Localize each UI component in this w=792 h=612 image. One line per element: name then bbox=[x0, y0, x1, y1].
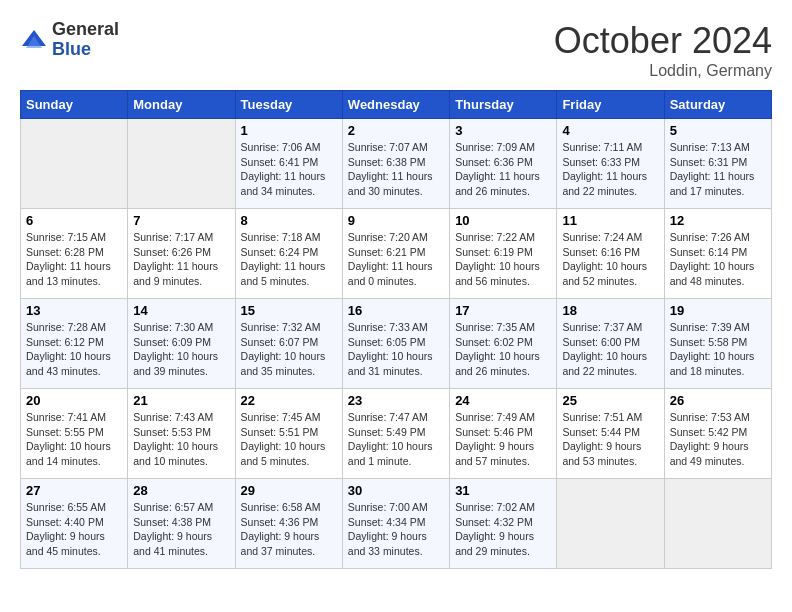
week-row-5: 27Sunrise: 6:55 AMSunset: 4:40 PMDayligh… bbox=[21, 479, 772, 569]
day-number: 1 bbox=[241, 123, 337, 138]
calendar-cell bbox=[664, 479, 771, 569]
day-info: Sunrise: 7:37 AMSunset: 6:00 PMDaylight:… bbox=[562, 320, 658, 379]
week-row-1: 1Sunrise: 7:06 AMSunset: 6:41 PMDaylight… bbox=[21, 119, 772, 209]
calendar-cell: 7Sunrise: 7:17 AMSunset: 6:26 PMDaylight… bbox=[128, 209, 235, 299]
calendar-header: SundayMondayTuesdayWednesdayThursdayFrid… bbox=[21, 91, 772, 119]
calendar-cell: 24Sunrise: 7:49 AMSunset: 5:46 PMDayligh… bbox=[450, 389, 557, 479]
logo-icon bbox=[20, 26, 48, 54]
week-row-4: 20Sunrise: 7:41 AMSunset: 5:55 PMDayligh… bbox=[21, 389, 772, 479]
calendar-cell: 5Sunrise: 7:13 AMSunset: 6:31 PMDaylight… bbox=[664, 119, 771, 209]
day-number: 15 bbox=[241, 303, 337, 318]
calendar-cell: 19Sunrise: 7:39 AMSunset: 5:58 PMDayligh… bbox=[664, 299, 771, 389]
calendar-cell: 4Sunrise: 7:11 AMSunset: 6:33 PMDaylight… bbox=[557, 119, 664, 209]
calendar-cell: 22Sunrise: 7:45 AMSunset: 5:51 PMDayligh… bbox=[235, 389, 342, 479]
day-number: 25 bbox=[562, 393, 658, 408]
day-number: 13 bbox=[26, 303, 122, 318]
day-number: 11 bbox=[562, 213, 658, 228]
day-info: Sunrise: 7:06 AMSunset: 6:41 PMDaylight:… bbox=[241, 140, 337, 199]
calendar-cell: 13Sunrise: 7:28 AMSunset: 6:12 PMDayligh… bbox=[21, 299, 128, 389]
day-number: 14 bbox=[133, 303, 229, 318]
header-wednesday: Wednesday bbox=[342, 91, 449, 119]
day-info: Sunrise: 7:49 AMSunset: 5:46 PMDaylight:… bbox=[455, 410, 551, 469]
header-monday: Monday bbox=[128, 91, 235, 119]
day-number: 12 bbox=[670, 213, 766, 228]
calendar-cell: 27Sunrise: 6:55 AMSunset: 4:40 PMDayligh… bbox=[21, 479, 128, 569]
week-row-2: 6Sunrise: 7:15 AMSunset: 6:28 PMDaylight… bbox=[21, 209, 772, 299]
day-info: Sunrise: 7:20 AMSunset: 6:21 PMDaylight:… bbox=[348, 230, 444, 289]
calendar-cell: 12Sunrise: 7:26 AMSunset: 6:14 PMDayligh… bbox=[664, 209, 771, 299]
logo-blue-text: Blue bbox=[52, 40, 119, 60]
calendar-cell: 31Sunrise: 7:02 AMSunset: 4:32 PMDayligh… bbox=[450, 479, 557, 569]
day-number: 4 bbox=[562, 123, 658, 138]
calendar-cell: 23Sunrise: 7:47 AMSunset: 5:49 PMDayligh… bbox=[342, 389, 449, 479]
calendar-cell: 30Sunrise: 7:00 AMSunset: 4:34 PMDayligh… bbox=[342, 479, 449, 569]
calendar-cell: 26Sunrise: 7:53 AMSunset: 5:42 PMDayligh… bbox=[664, 389, 771, 479]
day-info: Sunrise: 7:30 AMSunset: 6:09 PMDaylight:… bbox=[133, 320, 229, 379]
calendar-cell: 6Sunrise: 7:15 AMSunset: 6:28 PMDaylight… bbox=[21, 209, 128, 299]
day-info: Sunrise: 7:47 AMSunset: 5:49 PMDaylight:… bbox=[348, 410, 444, 469]
day-number: 5 bbox=[670, 123, 766, 138]
calendar-cell: 17Sunrise: 7:35 AMSunset: 6:02 PMDayligh… bbox=[450, 299, 557, 389]
day-number: 17 bbox=[455, 303, 551, 318]
page-header: General Blue October 2024 Loddin, German… bbox=[20, 20, 772, 80]
logo: General Blue bbox=[20, 20, 119, 60]
day-info: Sunrise: 7:28 AMSunset: 6:12 PMDaylight:… bbox=[26, 320, 122, 379]
day-info: Sunrise: 7:32 AMSunset: 6:07 PMDaylight:… bbox=[241, 320, 337, 379]
logo-text: General Blue bbox=[52, 20, 119, 60]
calendar-cell: 1Sunrise: 7:06 AMSunset: 6:41 PMDaylight… bbox=[235, 119, 342, 209]
calendar-cell: 10Sunrise: 7:22 AMSunset: 6:19 PMDayligh… bbox=[450, 209, 557, 299]
day-number: 2 bbox=[348, 123, 444, 138]
day-info: Sunrise: 7:43 AMSunset: 5:53 PMDaylight:… bbox=[133, 410, 229, 469]
day-info: Sunrise: 7:24 AMSunset: 6:16 PMDaylight:… bbox=[562, 230, 658, 289]
day-info: Sunrise: 7:33 AMSunset: 6:05 PMDaylight:… bbox=[348, 320, 444, 379]
day-info: Sunrise: 7:35 AMSunset: 6:02 PMDaylight:… bbox=[455, 320, 551, 379]
calendar-cell: 2Sunrise: 7:07 AMSunset: 6:38 PMDaylight… bbox=[342, 119, 449, 209]
day-number: 24 bbox=[455, 393, 551, 408]
day-number: 28 bbox=[133, 483, 229, 498]
day-info: Sunrise: 7:02 AMSunset: 4:32 PMDaylight:… bbox=[455, 500, 551, 559]
day-info: Sunrise: 7:00 AMSunset: 4:34 PMDaylight:… bbox=[348, 500, 444, 559]
day-info: Sunrise: 7:11 AMSunset: 6:33 PMDaylight:… bbox=[562, 140, 658, 199]
day-info: Sunrise: 7:15 AMSunset: 6:28 PMDaylight:… bbox=[26, 230, 122, 289]
day-info: Sunrise: 6:55 AMSunset: 4:40 PMDaylight:… bbox=[26, 500, 122, 559]
calendar-cell: 20Sunrise: 7:41 AMSunset: 5:55 PMDayligh… bbox=[21, 389, 128, 479]
calendar-cell bbox=[21, 119, 128, 209]
day-info: Sunrise: 7:07 AMSunset: 6:38 PMDaylight:… bbox=[348, 140, 444, 199]
day-info: Sunrise: 7:39 AMSunset: 5:58 PMDaylight:… bbox=[670, 320, 766, 379]
day-info: Sunrise: 7:53 AMSunset: 5:42 PMDaylight:… bbox=[670, 410, 766, 469]
header-sunday: Sunday bbox=[21, 91, 128, 119]
calendar-table: SundayMondayTuesdayWednesdayThursdayFrid… bbox=[20, 90, 772, 569]
header-thursday: Thursday bbox=[450, 91, 557, 119]
day-number: 7 bbox=[133, 213, 229, 228]
day-number: 20 bbox=[26, 393, 122, 408]
day-number: 8 bbox=[241, 213, 337, 228]
day-number: 22 bbox=[241, 393, 337, 408]
day-info: Sunrise: 7:17 AMSunset: 6:26 PMDaylight:… bbox=[133, 230, 229, 289]
calendar-cell: 18Sunrise: 7:37 AMSunset: 6:00 PMDayligh… bbox=[557, 299, 664, 389]
day-number: 6 bbox=[26, 213, 122, 228]
day-info: Sunrise: 7:13 AMSunset: 6:31 PMDaylight:… bbox=[670, 140, 766, 199]
calendar-cell: 11Sunrise: 7:24 AMSunset: 6:16 PMDayligh… bbox=[557, 209, 664, 299]
calendar-cell: 25Sunrise: 7:51 AMSunset: 5:44 PMDayligh… bbox=[557, 389, 664, 479]
day-number: 16 bbox=[348, 303, 444, 318]
day-info: Sunrise: 7:22 AMSunset: 6:19 PMDaylight:… bbox=[455, 230, 551, 289]
header-row: SundayMondayTuesdayWednesdayThursdayFrid… bbox=[21, 91, 772, 119]
day-info: Sunrise: 6:58 AMSunset: 4:36 PMDaylight:… bbox=[241, 500, 337, 559]
day-number: 30 bbox=[348, 483, 444, 498]
calendar-body: 1Sunrise: 7:06 AMSunset: 6:41 PMDaylight… bbox=[21, 119, 772, 569]
day-info: Sunrise: 6:57 AMSunset: 4:38 PMDaylight:… bbox=[133, 500, 229, 559]
logo-general-text: General bbox=[52, 20, 119, 40]
day-number: 29 bbox=[241, 483, 337, 498]
day-number: 19 bbox=[670, 303, 766, 318]
day-number: 10 bbox=[455, 213, 551, 228]
day-info: Sunrise: 7:09 AMSunset: 6:36 PMDaylight:… bbox=[455, 140, 551, 199]
day-number: 3 bbox=[455, 123, 551, 138]
header-tuesday: Tuesday bbox=[235, 91, 342, 119]
calendar-cell: 9Sunrise: 7:20 AMSunset: 6:21 PMDaylight… bbox=[342, 209, 449, 299]
day-number: 18 bbox=[562, 303, 658, 318]
calendar-cell: 28Sunrise: 6:57 AMSunset: 4:38 PMDayligh… bbox=[128, 479, 235, 569]
day-info: Sunrise: 7:18 AMSunset: 6:24 PMDaylight:… bbox=[241, 230, 337, 289]
day-number: 27 bbox=[26, 483, 122, 498]
day-number: 21 bbox=[133, 393, 229, 408]
day-info: Sunrise: 7:26 AMSunset: 6:14 PMDaylight:… bbox=[670, 230, 766, 289]
